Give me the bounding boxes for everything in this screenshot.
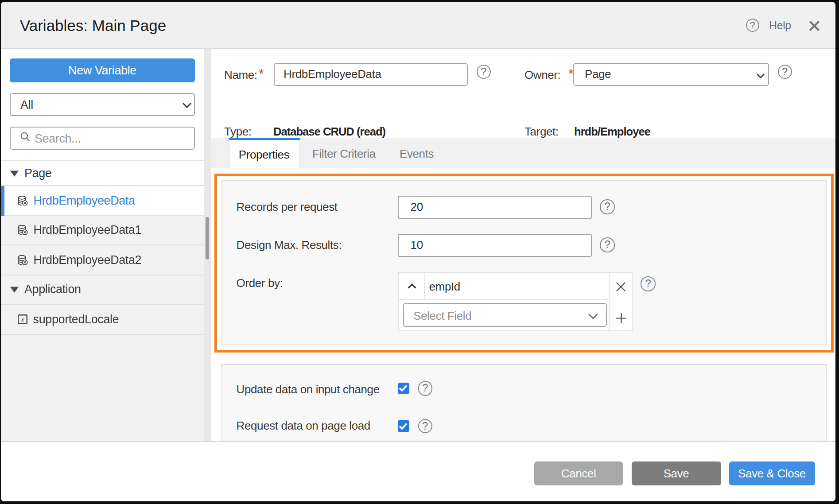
svg-text:x: x: [21, 316, 24, 323]
